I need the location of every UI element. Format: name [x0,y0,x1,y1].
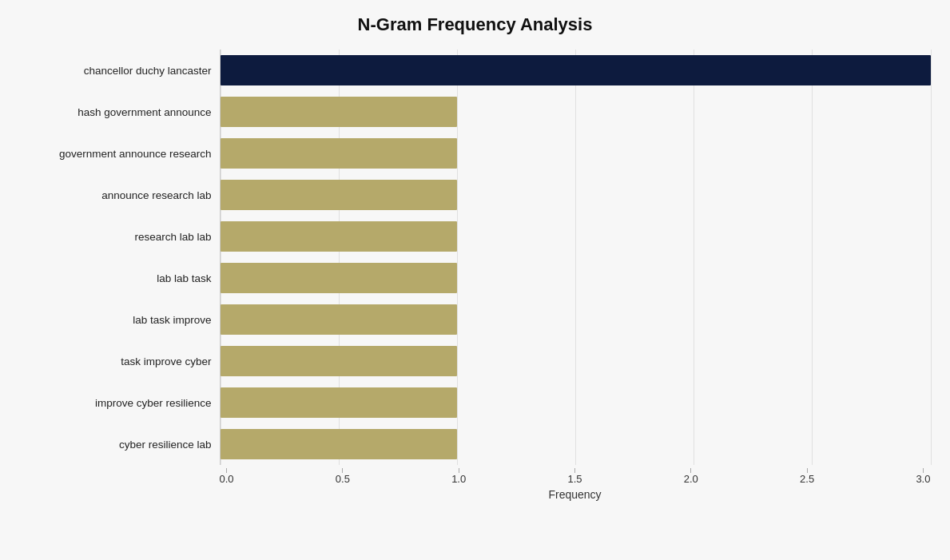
y-label: improve cyber resilience [95,382,212,423]
chart-body: chancellor duchy lancasterhash governmen… [20,50,931,465]
bar-row [221,216,931,257]
chart-area: chancellor duchy lancasterhash governmen… [20,50,931,501]
y-label: task improve cyber [121,340,211,382]
x-tick-label: 2.0 [684,473,698,485]
bar-row [221,382,931,423]
x-axis-label: Frequency [20,488,931,501]
y-label: chancellor duchy lancaster [84,50,212,91]
y-label: cyber resilience lab [119,423,212,465]
x-tick: 3.0 [916,468,930,485]
bar [221,304,457,335]
bar [221,263,457,293]
x-tick: 0.5 [336,468,350,485]
bar-row [221,340,931,382]
bar [221,97,457,127]
x-tick: 2.0 [684,468,698,485]
bar [221,138,457,169]
x-tick-label: 2.5 [800,473,814,485]
y-label: lab lab task [157,257,211,299]
bar-row [221,50,931,91]
y-label: government announce research [59,133,212,174]
x-tick: 1.0 [451,468,466,485]
bar [221,221,457,252]
x-tick-label: 1.5 [567,473,582,485]
grid-line [931,50,932,465]
x-axis: 0.00.51.01.52.02.53.0 [20,468,931,485]
x-tick-label: 3.0 [916,473,930,485]
bar [221,346,457,376]
x-tick: 0.0 [220,468,234,485]
x-tick: 2.5 [800,468,814,485]
x-tick-label: 1.0 [451,473,466,485]
y-label: announce research lab [101,174,211,216]
bar [221,429,457,459]
y-label: research lab lab [134,216,211,257]
bar [221,387,457,418]
chart-title: N-Gram Frequency Analysis [358,14,593,35]
bar-row [221,257,931,299]
x-tick-label: 0.0 [220,473,234,485]
bar-row [221,174,931,216]
x-tick: 1.5 [567,468,582,485]
bars-container [220,50,931,465]
bar [221,55,931,85]
bar [221,180,457,210]
y-label: lab task improve [133,299,211,340]
bar-row [221,299,931,340]
bar-row [221,91,931,133]
y-labels: chancellor duchy lancasterhash governmen… [20,50,220,465]
y-label: hash government announce [78,91,211,133]
x-tick-label: 0.5 [336,473,350,485]
x-ticks: 0.00.51.01.52.02.53.0 [220,468,931,485]
bar-row [221,423,931,465]
bar-row [221,133,931,174]
